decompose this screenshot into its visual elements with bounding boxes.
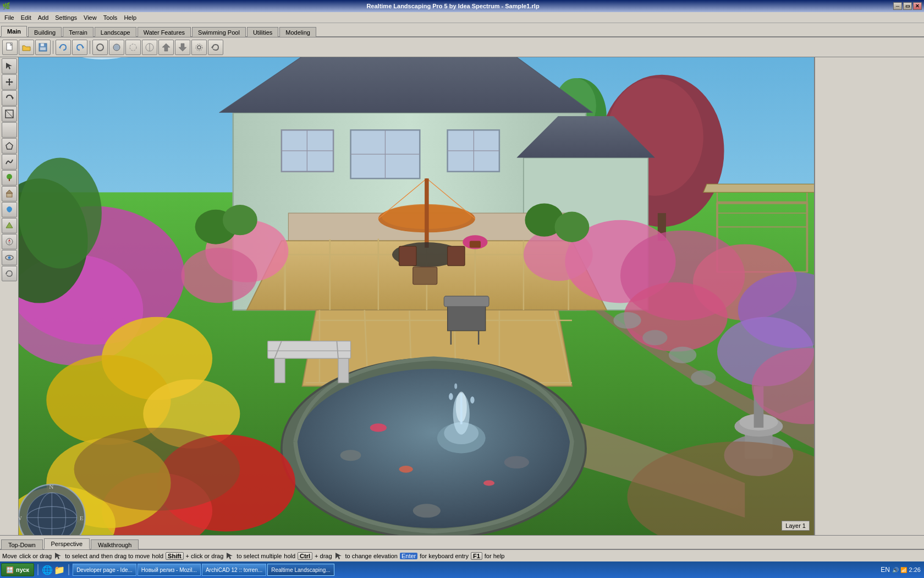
tab-modeling[interactable]: Modeling	[279, 27, 316, 37]
taskbar-mozilla[interactable]: Новый релиз - Mozil...	[138, 564, 201, 576]
window-title: Realtime Landscaping Pro 5 by Idea Spect…	[366, 3, 539, 9]
svg-point-159	[74, 428, 240, 511]
status-enter-action: for keyboard entry	[420, 553, 469, 559]
elev-cursor-icon	[334, 552, 343, 560]
tab-main[interactable]: Main	[1, 26, 27, 37]
tab-utilities[interactable]: Utilities	[247, 27, 278, 37]
svg-point-7	[113, 44, 120, 51]
svg-point-13	[197, 46, 201, 49]
svg-text:N: N	[49, 483, 53, 490]
arrow-tool-2[interactable]	[175, 40, 190, 55]
svg-rect-26	[7, 193, 12, 197]
multi-cursor-icon	[226, 552, 234, 560]
menu-add[interactable]: Add	[35, 13, 52, 22]
plant-tool-btn[interactable]	[2, 170, 17, 186]
menu-tools[interactable]: Tools	[100, 13, 121, 22]
redo-button[interactable]	[72, 40, 87, 55]
svg-point-125	[483, 480, 494, 486]
scene-view: N E S W Orbit Height	[19, 57, 814, 535]
svg-point-33	[8, 257, 10, 259]
tab-swimming-pool[interactable]: Swimming Pool	[192, 27, 246, 37]
circle-tool-3[interactable]	[125, 40, 141, 55]
reset-tool[interactable]	[208, 40, 223, 55]
minimize-button[interactable]: ─	[893, 2, 902, 10]
menu-help[interactable]: Help	[120, 13, 140, 22]
svg-point-14	[196, 44, 202, 51]
status-select-suffix: to select and then drag to move	[65, 553, 150, 559]
menu-edit[interactable]: Edit	[18, 13, 35, 22]
statusbar: Move click or drag to select and then dr…	[0, 549, 924, 561]
tab-building[interactable]: Building	[28, 27, 62, 37]
close-button[interactable]: ✕	[913, 2, 922, 10]
taskbar-dev-page[interactable]: Developer page - Ide...	[73, 564, 136, 576]
svg-marker-11	[162, 43, 170, 51]
tab-landscape[interactable]: Landscape	[95, 27, 136, 37]
compass-tool-btn[interactable]	[2, 234, 17, 249]
circle-tool-2[interactable]	[109, 40, 124, 55]
arrow-tool-1[interactable]	[158, 40, 174, 55]
svg-rect-106	[448, 246, 465, 265]
circle-tool-1[interactable]	[92, 40, 108, 55]
svg-point-163	[691, 370, 716, 386]
status-move: Move	[2, 553, 17, 559]
start-windows-icon: 🪟	[6, 566, 14, 574]
rotate-tool-btn[interactable]	[2, 90, 17, 106]
gear-tool[interactable]	[191, 40, 207, 55]
taskbar-archicad[interactable]: ArchiCAD 12 :: torren...	[202, 564, 266, 576]
svg-point-113	[504, 456, 529, 468]
select-tool-btn[interactable]	[2, 58, 17, 74]
svg-rect-98	[444, 296, 489, 307]
start-button[interactable]: 🪟 пуск	[1, 563, 34, 576]
open-button[interactable]	[19, 40, 34, 55]
view-tab-topdown[interactable]: Top-Down	[1, 539, 43, 549]
svg-point-124	[399, 466, 413, 473]
viewport[interactable]: N E S W Orbit Height Layer 1	[19, 57, 814, 535]
eye-tool-btn[interactable]	[2, 250, 17, 265]
quicklaunch-ie[interactable]: 🌐	[42, 565, 53, 575]
svg-point-112	[340, 450, 361, 461]
scale-tool-btn[interactable]	[2, 106, 17, 122]
menu-view[interactable]: View	[80, 13, 100, 22]
region-tool-btn[interactable]	[2, 138, 17, 154]
start-label: пуск	[16, 566, 29, 573]
view-tab-walkthrough[interactable]: Walkthrough	[91, 539, 139, 549]
save-button[interactable]	[35, 40, 51, 55]
quicklaunch-folder[interactable]: 📁	[54, 565, 65, 575]
svg-rect-133	[338, 358, 349, 383]
new-button[interactable]	[2, 40, 18, 55]
menu-file[interactable]: File	[1, 13, 18, 22]
svg-marker-31	[8, 242, 10, 244]
svg-marker-34	[6, 272, 7, 275]
svg-point-162	[669, 347, 696, 363]
taskbar: 🪟 пуск 🌐 📁 Developer page - Ide... Новый…	[0, 561, 924, 578]
refresh-tool-btn[interactable]	[2, 266, 17, 281]
svg-marker-28	[6, 222, 13, 228]
undo-button[interactable]	[56, 40, 71, 55]
svg-marker-181	[227, 553, 233, 559]
path-tool-btn[interactable]	[2, 154, 17, 170]
separator-2	[90, 41, 90, 54]
structure-tool-btn[interactable]	[2, 186, 17, 201]
water-tool-btn[interactable]	[2, 202, 17, 217]
svg-rect-25	[9, 178, 10, 181]
terrain-tool-btn[interactable]	[2, 218, 17, 233]
svg-text:W: W	[19, 515, 22, 521]
status-hold-ctrl: hold	[284, 553, 295, 559]
menu-settings[interactable]: Settings	[52, 13, 80, 22]
move-tool-btn[interactable]	[2, 74, 17, 90]
svg-marker-4	[59, 46, 61, 49]
status-enter-key: Enter	[400, 553, 417, 559]
svg-point-156	[181, 248, 257, 303]
tab-terrain[interactable]: Terrain	[63, 27, 94, 37]
status-f1-action: for help	[485, 553, 505, 559]
circle-tool-4[interactable]	[142, 40, 157, 55]
tab-water-features[interactable]: Water Features	[138, 27, 191, 37]
paint-tool-btn[interactable]	[2, 122, 17, 138]
svg-rect-3	[40, 47, 46, 50]
taskbar-landscaping[interactable]: Realtime Landscaping...	[267, 564, 334, 576]
svg-point-167	[554, 212, 589, 242]
svg-point-161	[642, 330, 667, 346]
svg-point-120	[449, 393, 453, 400]
restore-button[interactable]: ▭	[903, 2, 912, 10]
view-tab-perspective[interactable]: Perspective	[44, 538, 90, 549]
